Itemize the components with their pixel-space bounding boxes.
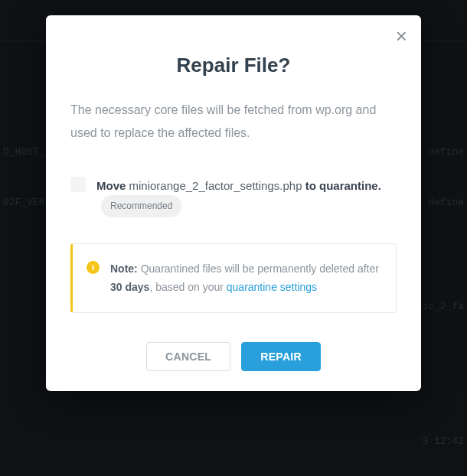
close-button[interactable]: ×	[396, 26, 407, 46]
filename: miniorange_2_factor_settings.php	[129, 179, 302, 192]
info-text: Note: Quarantined files will be permanen…	[110, 259, 380, 297]
modal-actions: CANCEL REPAIR	[70, 342, 397, 371]
quarantine-checkbox[interactable]	[70, 177, 86, 192]
quarantine-settings-link[interactable]: quarantine settings	[227, 281, 317, 293]
quarantine-label: Move miniorange_2_factor_settings.php to…	[96, 176, 397, 217]
modal-description: The necessary core files will be fetched…	[70, 99, 397, 145]
move-prefix: Move	[96, 179, 129, 192]
note-text-before: Quarantined files will be permanently de…	[138, 262, 379, 275]
close-icon: ×	[396, 24, 407, 47]
modal-title: Repair File?	[70, 54, 397, 77]
note-text-after: , based on your	[149, 281, 226, 293]
repair-file-modal: × Repair File? The necessary core files …	[46, 15, 421, 391]
days-value: 30 days	[110, 281, 149, 293]
repair-button[interactable]: REPAIR	[241, 342, 321, 371]
info-note: i Note: Quarantined files will be perman…	[70, 243, 397, 313]
note-label: Note:	[110, 262, 138, 275]
info-icon: i	[87, 261, 100, 274]
cancel-button[interactable]: CANCEL	[146, 342, 230, 371]
move-suffix: to quarantine.	[302, 179, 381, 192]
modal-overlay: × Repair File? The necessary core files …	[0, 0, 467, 476]
recommended-badge: Recommended	[101, 195, 181, 217]
quarantine-option: Move miniorange_2_factor_settings.php to…	[70, 176, 397, 217]
